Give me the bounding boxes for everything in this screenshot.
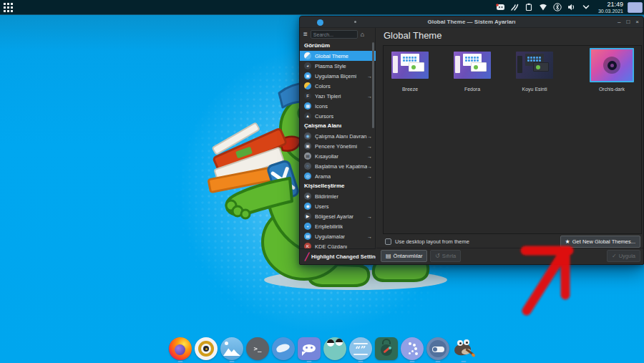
highlight-brush-icon: ╱ [305, 253, 309, 261]
sidebar-item-users[interactable]: ◉Users [300, 201, 376, 211]
terminal-dock-item[interactable]: >_ [245, 337, 270, 361]
theme-name: Koyu Esinti [510, 87, 559, 92]
reset-button[interactable]: ↺ Sıfırla [430, 250, 461, 262]
system-tray [496, 3, 591, 12]
page-title: Global Theme [384, 28, 441, 44]
file-manager-dock-item[interactable] [271, 337, 296, 361]
sidebar-list: GörünümGlobal Theme◕Plasma Style▣Uygulam… [300, 41, 376, 251]
sidebar-scrollbar[interactable] [372, 42, 374, 128]
theme-card-koyu-esinti[interactable]: Koyu Esinti [516, 52, 553, 79]
notes-app-dock-item[interactable]: “” [348, 337, 373, 361]
wifi-tray-icon[interactable] [539, 3, 548, 12]
chevron-right-icon: → [367, 164, 372, 169]
hamburger-menu-icon[interactable]: ≡ [303, 31, 308, 38]
expand-tray-icon[interactable] [582, 3, 591, 12]
sidebar-item-al-ma-alan-davran[interactable]: ◉Çalışma Alanı Davran...→ [300, 131, 376, 141]
camera-app-dock-item[interactable] [323, 337, 347, 361]
theme-card-fedora[interactable]: Fedora [454, 52, 491, 79]
discord-dock-item[interactable] [297, 337, 321, 361]
sidebar-item-label: Cursors [315, 113, 333, 120]
desktop: 21:49 30.03.2021 Global Theme — Sistem A… [0, 0, 644, 363]
maximize-button[interactable]: □ [626, 19, 630, 25]
sidebar-item-bildirimler[interactable]: ◆Bildirimler [300, 191, 376, 201]
reset-icon: ↺ [435, 253, 440, 259]
discord-tray-icon[interactable] [496, 3, 505, 12]
volume-tray-icon[interactable] [567, 3, 577, 12]
titlebar[interactable]: Global Theme — Sistem Ayarları – □ × [300, 16, 643, 28]
minimize-button[interactable]: – [618, 19, 620, 25]
music-player-dock-item[interactable] [194, 337, 218, 361]
theme-name: Orchis-dark [584, 87, 640, 92]
thumb-icon-grid [403, 57, 416, 62]
settings-app-dock-item[interactable] [426, 337, 450, 361]
digital-clock[interactable]: 21:49 30.03.2021 [598, 1, 623, 14]
sidebar-item-label: Çalışma Alanı Davran... [315, 133, 367, 140]
theme-card-orchis-dark[interactable]: Orchis-dark [590, 48, 634, 82]
gimp-dock-item[interactable] [452, 337, 476, 361]
discord-icon [298, 337, 321, 360]
sidebar-item-eri-ilebilirlik[interactable]: +Erişilebilirlik [300, 221, 376, 231]
defaults-button[interactable]: ▤ Öntanımlılar [381, 250, 427, 262]
desktop-pager[interactable] [628, 2, 643, 13]
chevron-right-icon: → [367, 144, 372, 149]
sidebar-item-b-lgesel-ayarlar[interactable]: ▶Bölgesel Ayarlar→ [300, 211, 376, 221]
clipboard-tray-icon[interactable] [525, 3, 534, 12]
accessibility-icon: + [304, 223, 311, 230]
software-store-icon [375, 337, 398, 360]
bluetooth-tray-icon[interactable] [553, 3, 562, 12]
sidebar-item-cursors[interactable]: ▲Cursors [300, 111, 376, 121]
footer-bar: ▤ Öntanımlılar ↺ Sıfırla ✓ Uygula [376, 248, 643, 264]
apply-check-icon: ✓ [612, 253, 617, 259]
software-store-dock-item[interactable] [374, 337, 399, 361]
layout-checkbox-row[interactable]: Use desktop layout from theme [385, 238, 469, 245]
sidebar-item-label: Icons [315, 103, 328, 110]
sidebar-item-k-sayollar[interactable]: ▤Kısayollar→ [300, 151, 376, 161]
close-button[interactable]: × [635, 19, 639, 25]
sidebar-item-yaz-tipleri[interactable]: FYazı Tipleri→ [300, 91, 376, 101]
sidebar-item-label: Başlatma ve Kapatma [315, 163, 367, 170]
sidebar-item-uygulamalar[interactable]: ▤Uygulamalar→ [300, 231, 376, 241]
content-area: Global Theme BreezeFedoraKoyu EsintiOrch… [376, 28, 643, 264]
sidebar-item-uygulama-bi-emi[interactable]: ▣Uygulama Biçemi→ [300, 71, 376, 81]
theme-card-breeze[interactable]: Breeze [391, 52, 429, 79]
sidebar-item-arama[interactable]: ◎Arama→ [300, 171, 376, 181]
home-icon[interactable]: ⌂ [361, 32, 364, 38]
layout-checkbox[interactable] [385, 238, 391, 245]
chevron-right-icon: → [367, 174, 372, 179]
image-viewer-dock-item[interactable] [220, 337, 244, 361]
thumb-window-2 [533, 62, 549, 72]
sidebar-item-label: Colors [315, 83, 331, 89]
app-launcher-icon[interactable] [0, 0, 16, 15]
thumb-window-2 [471, 62, 487, 72]
get-new-global-themes-button[interactable]: ★ Get New Global Themes... [560, 236, 640, 248]
sidebar-item-colors[interactable]: Colors [300, 81, 376, 91]
thumb-mascot-dot [536, 65, 540, 69]
apply-button[interactable]: ✓ Uygula [607, 250, 640, 262]
cursors-icon: ▲ [304, 112, 311, 120]
sidebar-item-ba-latma-ve-kapatma[interactable]: ○Başlatma ve Kapatma→ [300, 161, 376, 171]
sidebar-section-header: Görünüm [300, 41, 376, 51]
search-input[interactable] [311, 30, 358, 39]
regional-settings-icon: ▶ [304, 213, 311, 220]
sidebar-item-plasma-style[interactable]: ◕Plasma Style [300, 61, 376, 71]
top-panel: 21:49 30.03.2021 [0, 0, 644, 15]
steam-tray-icon[interactable] [510, 3, 519, 12]
highlight-changed-settings[interactable]: ╱ Highlight Changed Settings [300, 248, 376, 264]
running-indicator [178, 361, 183, 362]
plasma-style-icon: ◕ [304, 62, 311, 69]
running-indicator [462, 361, 467, 362]
sidebar-item-icons[interactable]: ▦Icons [300, 101, 376, 111]
running-indicator [358, 361, 364, 362]
sidebar-item-global-theme[interactable]: Global Theme [300, 51, 376, 61]
startup-shutdown-icon: ○ [304, 163, 311, 170]
firefox-dock-item[interactable] [168, 337, 192, 361]
clock-date: 30.03.2021 [598, 9, 623, 14]
system-settings-window: Global Theme — Sistem Ayarları – □ × ≡ ⌂… [299, 16, 644, 265]
thumb-panel [393, 56, 398, 73]
sidebar-item-label: Yazı Tipleri [315, 93, 341, 100]
sidebar-item-pencere-y-netimi[interactable]: ▣Pencere Yönetimi→ [300, 141, 376, 151]
sidebar-item-label: Bildirimler [315, 193, 338, 200]
info-center-dock-item[interactable] [400, 337, 424, 361]
chevron-right-icon: → [367, 94, 372, 99]
chevron-right-icon: → [367, 154, 372, 159]
